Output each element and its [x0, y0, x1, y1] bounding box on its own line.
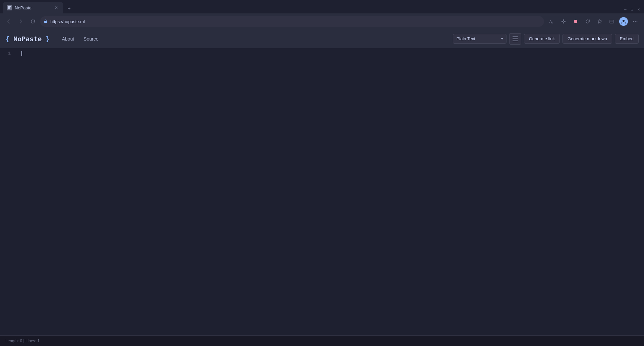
lines-label: Lines: — [25, 339, 36, 343]
maximize-button[interactable]: □ — [629, 7, 635, 12]
svg-rect-18 — [513, 37, 518, 37]
close-brace: } — [46, 35, 50, 43]
svg-rect-20 — [513, 41, 518, 41]
header-actions: Plain Text JavaScript Python HTML CSS Ty… — [453, 33, 639, 45]
svg-rect-9 — [564, 21, 566, 22]
text-cursor — [21, 51, 22, 56]
menu-button[interactable] — [509, 33, 521, 45]
svg-rect-3 — [8, 8, 10, 9]
address-bar: https://nopaste.ml AA — [0, 13, 644, 30]
svg-rect-4 — [44, 21, 47, 23]
new-tab-button[interactable]: + — [64, 4, 74, 13]
lock-icon — [44, 19, 48, 24]
svg-point-13 — [613, 22, 613, 22]
status-bar: Length: 0 | Lines: 1 — [0, 335, 644, 346]
svg-point-15 — [633, 21, 634, 22]
star-icon[interactable] — [595, 17, 604, 26]
refresh-button[interactable] — [28, 17, 38, 26]
wallet-icon[interactable] — [607, 17, 616, 26]
svg-rect-19 — [513, 39, 518, 39]
browser-chrome: NoPaste ✕ + ─ □ ✕ https://nopaste.ml — [0, 0, 644, 30]
lines-value: 1 — [37, 339, 40, 343]
svg-rect-10 — [563, 22, 564, 23]
avatar[interactable] — [619, 17, 628, 26]
source-link[interactable]: Source — [79, 34, 102, 44]
app-nav: About Source — [58, 34, 102, 44]
more-icon[interactable] — [631, 17, 640, 26]
svg-text:A: A — [551, 21, 553, 24]
extensions-icon[interactable] — [559, 17, 568, 26]
generate-markdown-button[interactable]: Generate markdown — [562, 34, 612, 44]
toolbar-right: AA — [547, 17, 640, 26]
language-select-wrapper[interactable]: Plain Text JavaScript Python HTML CSS Ty… — [453, 34, 506, 44]
embed-button[interactable]: Embed — [615, 34, 639, 44]
translate-icon[interactable]: AA — [547, 17, 556, 26]
active-tab[interactable]: NoPaste ✕ — [3, 2, 63, 13]
svg-rect-1 — [8, 6, 11, 7]
back-button[interactable] — [4, 17, 13, 26]
record-icon[interactable] — [571, 17, 580, 26]
language-select[interactable]: Plain Text JavaScript Python HTML CSS Ty… — [453, 34, 506, 44]
svg-point-11 — [574, 20, 577, 23]
close-window-button[interactable]: ✕ — [636, 7, 641, 12]
svg-rect-7 — [561, 21, 563, 22]
tab-close-button[interactable]: ✕ — [54, 5, 59, 10]
url-bar[interactable]: https://nopaste.ml — [40, 16, 544, 27]
length-value: 0 — [20, 339, 22, 343]
tab-favicon — [7, 5, 12, 10]
minimize-button[interactable]: ─ — [623, 7, 628, 12]
line-number-1: 1 — [0, 50, 11, 57]
open-brace: { — [5, 35, 9, 43]
editor-area: 1 — [0, 48, 644, 335]
app-header: { NoPaste } About Source Plain Text Java… — [0, 30, 644, 48]
logo-name: NoPaste — [13, 35, 42, 43]
tab-bar: NoPaste ✕ + ─ □ ✕ — [0, 0, 644, 13]
address-wrapper[interactable]: https://nopaste.ml — [40, 16, 544, 27]
window-controls: ─ □ ✕ — [623, 7, 641, 13]
length-label: Length: — [5, 339, 19, 343]
generate-link-button[interactable]: Generate link — [524, 34, 560, 44]
app-logo: { NoPaste } — [5, 35, 50, 43]
editor-content[interactable] — [16, 48, 644, 335]
svg-point-14 — [623, 20, 625, 22]
line-numbers: 1 — [0, 48, 16, 335]
svg-rect-2 — [8, 7, 10, 8]
svg-point-17 — [637, 21, 638, 22]
reload-icon[interactable] — [583, 17, 592, 26]
svg-rect-8 — [563, 19, 564, 21]
tab-title: NoPaste — [15, 5, 51, 10]
forward-button[interactable] — [16, 17, 25, 26]
svg-rect-12 — [610, 20, 614, 23]
svg-point-16 — [635, 21, 636, 22]
about-link[interactable]: About — [58, 34, 78, 44]
